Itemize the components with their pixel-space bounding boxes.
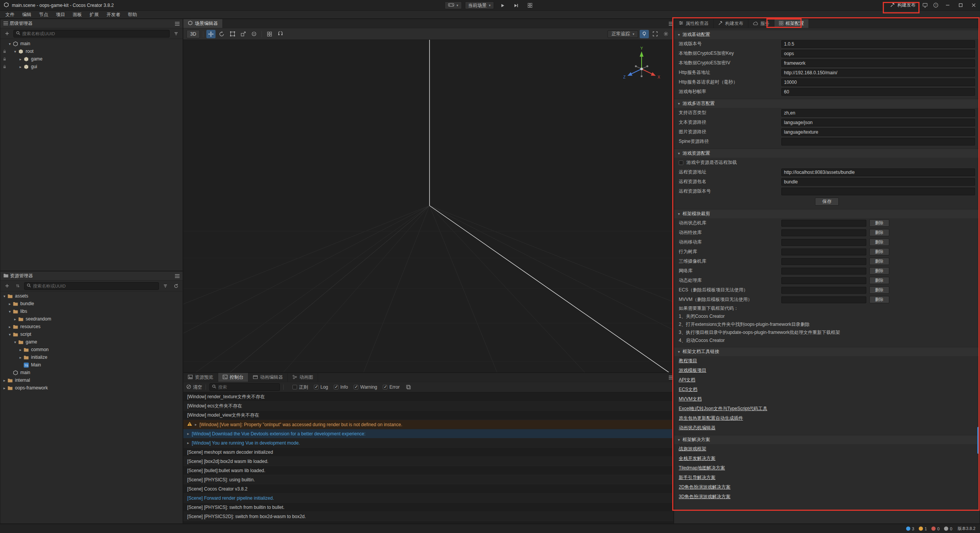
delete-button[interactable]: 删除 [869, 258, 889, 265]
chevron-down-icon[interactable]: ▾ [13, 340, 18, 344]
refresh-button[interactable] [172, 282, 180, 290]
asset-node-assets[interactable]: ▾assets [0, 292, 183, 300]
menu-item-2[interactable]: 节点 [35, 11, 52, 18]
rotate-tool-button[interactable] [217, 30, 226, 38]
log-row[interactable]: [Scene] Forward render pipeline initiali… [183, 494, 673, 503]
doc-link[interactable]: 新手引导解决方案 [679, 474, 715, 481]
doc-link[interactable]: Tiledmap地图解决方案 [679, 465, 725, 471]
doc-link[interactable]: 3D角色扮演游戏解决方案 [679, 494, 730, 500]
asset-node-bundle[interactable]: ▸bundle [0, 300, 183, 307]
filter-Info[interactable]: Info [334, 384, 348, 390]
module-field[interactable] [781, 229, 866, 236]
field-input[interactable] [781, 128, 975, 136]
field-input[interactable] [781, 88, 975, 96]
clear-console-button[interactable]: 清空 [186, 384, 202, 391]
field-input[interactable] [781, 188, 975, 195]
sort-button[interactable] [161, 282, 170, 290]
log-row[interactable]: [Scene] [PHYSICS]: switch from builtin t… [183, 503, 673, 512]
console-search[interactable] [209, 383, 280, 391]
frame-button[interactable] [650, 30, 660, 38]
delete-button[interactable]: 删除 [869, 267, 889, 275]
asset-node-libs[interactable]: ▾libs [0, 307, 183, 315]
panel-menu-icon[interactable] [175, 22, 180, 26]
status-badge-download[interactable]: 0 [944, 526, 952, 531]
chevron-right-icon[interactable]: ▸ [18, 355, 23, 360]
log-row[interactable]: [Scene] [bullet]:bullet wasm lib loaded. [183, 466, 673, 475]
remote-load-checkbox[interactable] [679, 160, 683, 165]
field-input[interactable] [781, 59, 975, 67]
search-input[interactable] [22, 31, 167, 36]
axis-gizmo[interactable]: Y X Z [621, 46, 663, 88]
status-badge-warning[interactable]: 1 [919, 526, 927, 531]
step-button[interactable] [511, 1, 522, 10]
delete-button[interactable]: 删除 [869, 248, 889, 255]
checkbox-icon[interactable] [292, 385, 297, 389]
inspector-tab-0[interactable]: 属性检查器 [674, 19, 714, 28]
asset-node-oops-framework[interactable]: ▸oops-framework [0, 384, 183, 392]
log-row[interactable]: ▸[Window] Download the Vue Devtools exte… [183, 429, 673, 438]
maximize-button[interactable] [954, 0, 967, 10]
delete-button[interactable]: 删除 [869, 277, 889, 284]
section-header-resource[interactable]: ▾游戏资源配置 [674, 149, 980, 158]
field-input[interactable] [781, 78, 975, 86]
menu-item-5[interactable]: 扩展 [86, 11, 103, 18]
module-field[interactable] [781, 287, 866, 294]
scrollbar-thumb[interactable] [977, 427, 979, 454]
pivot-tool-button[interactable] [249, 30, 258, 38]
build-publish-button[interactable]: 构建发布 [886, 0, 920, 10]
scene-select-dropdown[interactable]: 当前场景 ▾ [465, 2, 494, 9]
save-button[interactable]: 保存 [815, 198, 839, 206]
log-row[interactable]: [Window] render_texture文件夹不存在 [183, 392, 673, 402]
module-field[interactable] [781, 277, 866, 284]
layout-button[interactable] [525, 1, 536, 10]
status-badge-error[interactable]: 0 [931, 526, 939, 531]
module-field[interactable] [781, 220, 866, 227]
doc-link[interactable]: ECS文档 [679, 386, 697, 393]
filter-Log[interactable]: Log [314, 384, 328, 390]
chevron-right-icon[interactable]: ▸ [7, 302, 12, 306]
asset-node-game[interactable]: ▾game [0, 338, 183, 346]
doc-link[interactable]: 动画状态机编辑器 [679, 425, 715, 431]
log-row[interactable]: [Scene] [box2d]:box2d wasm lib loaded. [183, 457, 673, 466]
play-button[interactable] [497, 1, 508, 10]
console-tab-3[interactable]: 动画图 [288, 373, 318, 382]
panel-menu-icon[interactable] [669, 22, 673, 26]
chevron-right-icon[interactable]: ▸ [7, 325, 12, 329]
light-toggle-button[interactable] [640, 30, 649, 38]
search-input[interactable] [33, 284, 156, 288]
module-field[interactable] [781, 239, 866, 246]
doc-link[interactable]: 2D角色扮演游戏解决方案 [679, 484, 730, 490]
doc-link[interactable]: Excel格式转Json文件与TypeScript代码工具 [679, 405, 767, 412]
menu-item-1[interactable]: 编辑 [18, 11, 35, 18]
inspector-tab-3[interactable]: 框架配置 [774, 19, 809, 28]
delete-button[interactable]: 删除 [869, 229, 889, 236]
chevron-right-icon[interactable]: ▸ [2, 386, 7, 390]
checkbox-icon[interactable] [354, 385, 358, 389]
mode-2d3d-button[interactable]: 3D [186, 30, 200, 38]
asset-node-resources[interactable]: ▸resources [0, 323, 183, 330]
chevron-right-icon[interactable]: ▸ [2, 378, 7, 383]
doc-link[interactable]: API文档 [679, 377, 695, 383]
section-header-game-basic[interactable]: ▾游戏基础配置 [674, 30, 980, 39]
field-input[interactable] [781, 119, 975, 126]
panel-menu-icon[interactable] [175, 274, 180, 278]
chevron-right-icon[interactable]: ▸ [13, 317, 18, 321]
hierarchy-search[interactable] [13, 30, 170, 38]
preview-device-icon[interactable] [920, 1, 930, 10]
search-input[interactable] [218, 385, 277, 389]
log-row[interactable]: ▸[Window] [Vue warn]: Property "onInput"… [183, 420, 673, 429]
menu-item-0[interactable]: 文件 [2, 11, 18, 18]
import-export-icon[interactable] [13, 282, 22, 290]
chevron-right-icon[interactable]: ▸ [187, 432, 189, 436]
hierarchy-node-root[interactable]: ▾root [0, 47, 183, 55]
rect-tool-button[interactable] [228, 30, 237, 38]
chevron-right-icon[interactable]: ▸ [187, 441, 189, 445]
asset-node-internal[interactable]: ▸internal [0, 376, 183, 384]
field-input[interactable] [781, 69, 975, 77]
asset-node-seedrandom[interactable]: ▸seedrandom [0, 315, 183, 323]
hierarchy-node-game[interactable]: ▸game [0, 55, 183, 63]
checkbox-icon[interactable] [334, 385, 338, 389]
section-header-i18n[interactable]: ▾游戏多语言配置 [674, 99, 980, 108]
menu-item-6[interactable]: 开发者 [103, 11, 124, 18]
delete-button[interactable]: 删除 [869, 296, 889, 303]
